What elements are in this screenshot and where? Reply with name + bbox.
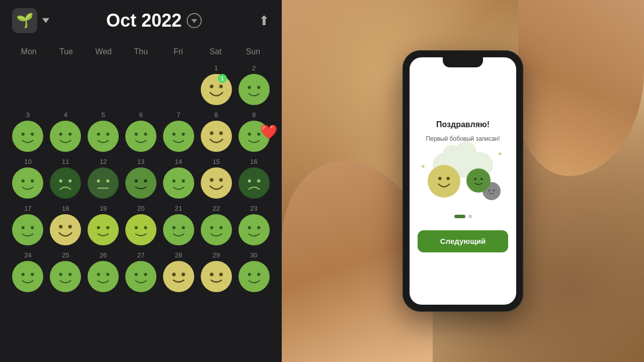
empty-cell <box>160 62 196 107</box>
date-label: 29 <box>212 251 219 259</box>
cal-day-8[interactable]: 8 <box>198 109 234 154</box>
dropdown-arrow-icon[interactable] <box>42 18 49 23</box>
dot-active <box>454 215 465 218</box>
svg-point-37 <box>135 179 138 183</box>
cal-day-10[interactable]: 10 <box>10 156 46 201</box>
cal-day-23[interactable]: 23 <box>236 203 272 247</box>
mood-face <box>238 74 270 105</box>
date-label: 4 <box>64 111 67 119</box>
svg-point-87 <box>239 261 269 292</box>
svg-point-17 <box>144 133 147 136</box>
date-label: 30 <box>250 251 257 259</box>
date-label: 3 <box>26 111 30 119</box>
date-label: 8 <box>214 111 218 119</box>
svg-point-42 <box>201 168 231 198</box>
app-icon[interactable]: 🌱 <box>12 8 37 33</box>
weekdays-row: Mon Tue Wed Thu Fri Sat Sun <box>10 45 272 58</box>
cal-day-7[interactable]: 7 <box>160 109 196 154</box>
svg-point-47 <box>257 179 260 183</box>
cal-day-15[interactable]: 15 <box>198 156 234 201</box>
cal-day-21[interactable]: 21 <box>160 203 196 247</box>
empty-cell <box>123 62 159 107</box>
svg-point-49 <box>22 226 25 229</box>
cal-day-30[interactable]: 30 <box>236 249 272 294</box>
cal-day-6[interactable]: 6 <box>123 109 159 154</box>
svg-point-10 <box>59 133 62 136</box>
cal-day-18[interactable]: 18 <box>48 203 84 247</box>
cal-day-27[interactable]: 27 <box>123 249 159 294</box>
weekday-mon: Mon <box>10 45 47 58</box>
calendar-panel: 🌱 Oct 2022 ⬆ Mon Tue Wed Thu Fri Sat Sun… <box>0 0 282 362</box>
date-label: 18 <box>62 205 69 212</box>
svg-point-18 <box>164 121 194 151</box>
cal-day-2[interactable]: 2 <box>236 62 272 107</box>
share-icon[interactable]: ⬆ <box>259 13 270 29</box>
svg-point-9 <box>50 121 80 151</box>
cal-day-9[interactable]: 9 ❤️ <box>236 109 272 154</box>
month-label: Oct 2022 <box>106 10 182 31</box>
svg-point-34 <box>97 179 100 183</box>
svg-point-74 <box>68 273 71 276</box>
svg-point-4 <box>248 86 251 89</box>
svg-point-71 <box>31 273 34 276</box>
svg-point-83 <box>182 273 185 276</box>
cal-day-20[interactable]: 20 <box>123 203 159 247</box>
svg-point-61 <box>172 226 175 229</box>
cal-day-29[interactable]: 29 <box>198 249 234 294</box>
cal-day-17[interactable]: 17 <box>10 203 46 247</box>
svg-point-2 <box>219 84 222 88</box>
svg-point-91 <box>438 176 441 179</box>
svg-point-82 <box>172 273 176 276</box>
cal-day-11[interactable]: 11 <box>48 156 84 201</box>
cal-day-3[interactable]: 3 <box>10 109 46 154</box>
cal-day-14[interactable]: 14 <box>160 156 196 201</box>
date-label: 9 <box>252 111 256 119</box>
svg-point-38 <box>144 179 147 183</box>
cal-day-5[interactable]: 5 <box>86 109 121 154</box>
date-label: 1 <box>214 64 218 72</box>
mood-face <box>50 214 81 245</box>
congrats-title: Поздравляю! <box>436 120 490 129</box>
phone-face-mid <box>466 168 491 193</box>
svg-point-70 <box>22 273 25 276</box>
mood-face <box>163 121 194 152</box>
svg-point-60 <box>164 215 194 245</box>
cal-day-16[interactable]: 16 <box>236 156 272 201</box>
date-label: 10 <box>24 158 31 165</box>
chevron-down-icon[interactable] <box>187 13 202 28</box>
cal-day-25[interactable]: 25 <box>48 249 84 294</box>
mood-face <box>163 167 194 199</box>
svg-point-14 <box>106 133 109 136</box>
mood-face <box>125 261 156 292</box>
svg-point-77 <box>106 273 109 276</box>
cal-day-12[interactable]: 12 <box>86 156 121 201</box>
mood-face <box>50 121 81 152</box>
svg-point-53 <box>68 225 72 228</box>
date-label: 17 <box>24 205 31 212</box>
cal-day-22[interactable]: 22 <box>198 203 234 247</box>
svg-point-56 <box>106 226 109 229</box>
cal-day-4[interactable]: 4 <box>48 109 84 154</box>
mood-face <box>12 121 43 152</box>
cal-day-26[interactable]: 26 <box>86 249 121 294</box>
cal-day-24[interactable]: 24 <box>10 249 46 294</box>
mood-face <box>125 121 156 152</box>
svg-point-27 <box>13 168 43 198</box>
cal-day-19[interactable]: 19 <box>86 203 121 247</box>
svg-point-64 <box>210 226 213 229</box>
empty-cell <box>48 62 84 107</box>
next-button[interactable]: Следующий <box>418 230 508 252</box>
cal-day-13[interactable]: 13 <box>123 156 159 201</box>
svg-point-78 <box>126 261 156 292</box>
svg-point-75 <box>88 261 118 292</box>
svg-point-6 <box>13 121 43 151</box>
date-label: 11 <box>62 158 69 165</box>
header-left: 🌱 <box>12 8 49 33</box>
svg-point-30 <box>50 168 80 198</box>
date-label: 14 <box>175 158 182 165</box>
date-label: 26 <box>100 251 107 259</box>
cal-day-28[interactable]: 28 <box>160 249 196 294</box>
date-label: 13 <box>137 158 144 165</box>
cal-day-1[interactable]: 1 1 <box>198 62 234 107</box>
svg-point-5 <box>257 86 260 89</box>
